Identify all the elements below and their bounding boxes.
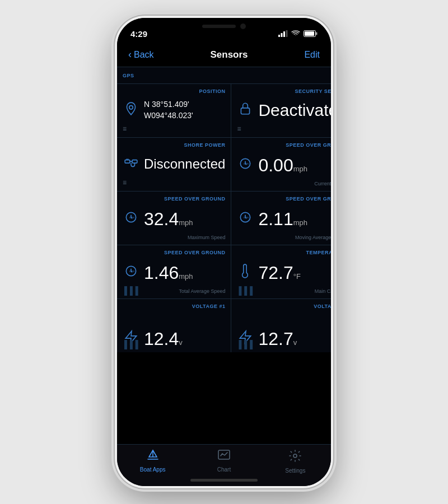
voltage2-card[interactable]: VOLTAGE #2 12.7v ▐▐▐ xyxy=(231,299,331,352)
position-body: N 38°51.409' W094°48.023' xyxy=(123,99,225,121)
gps-speed-svg-1: GPS xyxy=(238,156,253,171)
lock-svg xyxy=(238,101,253,116)
tab-settings-label: Settings xyxy=(285,468,305,474)
chart-icon-speed-total: ▐▐▐ xyxy=(122,286,138,295)
position-values: N 38°51.409' W094°48.023' xyxy=(144,99,225,121)
speed-total-values: 1.46mph xyxy=(144,264,225,282)
back-button[interactable]: ‹ Back xyxy=(128,49,154,60)
speed-current-label: SPEED OVER GROUND xyxy=(237,142,331,148)
boat-svg xyxy=(146,449,160,461)
temperature-label: TEMPERATURE xyxy=(237,250,331,255)
position-card[interactable]: POSITION N 38°51.409' W094°48.023' xyxy=(117,84,231,137)
location-svg xyxy=(124,101,138,116)
tab-chart-label: Chart xyxy=(217,466,231,473)
power-icon xyxy=(123,155,139,173)
voltage1-label: VOLTAGE #1 xyxy=(123,304,225,309)
thermometer-svg xyxy=(238,264,253,278)
boat-apps-icon xyxy=(146,449,160,465)
voltage2-value: 12.7v xyxy=(258,329,297,349)
home-indicator xyxy=(190,479,258,482)
gps-speed-svg-4: GPS xyxy=(124,264,138,278)
speed-current-card[interactable]: SPEED OVER GROUND GPS 0.00mph xyxy=(231,138,331,191)
svg-rect-2 xyxy=(283,31,285,37)
speed-max-sublabel: Maximum Speed xyxy=(123,235,225,240)
speed-current-body: GPS 0.00mph xyxy=(237,156,331,174)
battery-icon xyxy=(304,30,318,37)
shore-power-label: SHORE POWER xyxy=(123,142,225,148)
voltage1-value: 12.4v xyxy=(144,329,183,349)
security-label: SECURITY SENSOR xyxy=(237,88,331,94)
lock-icon xyxy=(237,101,254,119)
chart-icon-v2: ▐▐▐ xyxy=(236,340,253,349)
temperature-values: 72.7°F xyxy=(258,264,331,282)
security-value-block: Deactivated xyxy=(258,101,331,120)
speed-moving-body: GPS 2.11mph xyxy=(237,210,331,228)
speed-moving-values: 2.11mph xyxy=(258,210,331,228)
speed-moving-card[interactable]: SPEED OVER GROUND GPS 2.11mph xyxy=(231,192,331,245)
position-lat: N 38°51.409' xyxy=(144,99,225,110)
voltage2-values: 12.7v xyxy=(258,330,331,348)
tab-chart[interactable]: Chart xyxy=(188,449,259,473)
svg-rect-10 xyxy=(132,160,137,162)
svg-rect-3 xyxy=(286,30,288,37)
speed-current-values: 0.00mph xyxy=(258,156,331,174)
svg-rect-8 xyxy=(241,108,250,114)
status-time: 4:29 xyxy=(130,29,147,39)
svg-rect-0 xyxy=(278,35,280,37)
speed-total-body: GPS 1.46mph xyxy=(123,264,225,282)
chart-icon-v1: ▐▐▐ xyxy=(122,340,138,349)
status-icons xyxy=(278,30,318,37)
svg-rect-1 xyxy=(281,33,283,37)
chart-svg xyxy=(217,449,231,461)
chart-tab-icon xyxy=(217,449,231,465)
svg-rect-9 xyxy=(125,160,130,162)
position-label: POSITION xyxy=(123,88,225,94)
speed-moving-label: SPEED OVER GROUND xyxy=(237,196,331,202)
tab-settings[interactable]: Settings xyxy=(260,449,331,474)
speaker xyxy=(202,25,236,28)
speed-max-label: SPEED OVER GROUND xyxy=(123,196,225,202)
gps-speed-icon-2: GPS xyxy=(123,210,139,228)
sensors-grid: POSITION N 38°51.409' W094°48.023' xyxy=(117,84,331,352)
back-label: Back xyxy=(134,50,154,60)
voltage1-card[interactable]: VOLTAGE #1 12.4v ▐▐▐ xyxy=(117,299,231,352)
settings-svg xyxy=(288,449,302,463)
chart-icon-temp: ▐▐▐ xyxy=(236,286,253,295)
gps-bar: GPS xyxy=(117,67,331,84)
tab-boat-apps[interactable]: Boat Apps xyxy=(117,449,188,473)
speed-moving-value: 2.11mph xyxy=(258,209,307,229)
position-lon: W094°48.023' xyxy=(144,110,225,122)
svg-text:GPS: GPS xyxy=(244,216,249,218)
temperature-body: 72.7°F xyxy=(237,264,331,282)
shore-power-value-block: Disconnected xyxy=(144,156,225,172)
tab-boat-apps-label: Boat Apps xyxy=(140,466,166,473)
gps-speed-icon-1: GPS xyxy=(237,156,254,174)
position-menu: ≡ xyxy=(123,125,225,133)
voltage2-label: VOLTAGE #2 xyxy=(237,304,331,309)
edit-button[interactable]: Edit xyxy=(304,50,320,60)
voltage1-values: 12.4v xyxy=(144,330,225,348)
settings-tab-icon xyxy=(288,449,302,466)
camera xyxy=(240,24,246,29)
shore-power-card[interactable]: SHORE POWER Disconnec xyxy=(117,138,231,191)
power-svg xyxy=(124,155,138,170)
location-icon xyxy=(123,101,139,119)
nav-bar: ‹ Back Sensors Edit xyxy=(117,43,331,67)
page-title: Sensors xyxy=(210,49,248,60)
temperature-value: 72.7°F xyxy=(258,263,300,283)
signal-icon xyxy=(278,30,288,37)
speed-total-label: SPEED OVER GROUND xyxy=(123,250,225,255)
gps-speed-icon-3: GPS xyxy=(237,210,254,228)
svg-point-7 xyxy=(129,105,133,109)
speed-total-card[interactable]: SPEED OVER GROUND GPS 1.46mph xyxy=(117,245,231,298)
speed-max-body: GPS 32.4mph xyxy=(123,210,225,228)
gps-speed-svg-3: GPS xyxy=(238,210,253,225)
speed-max-card[interactable]: SPEED OVER GROUND GPS 32.4mph xyxy=(117,192,231,245)
speed-max-value: 32.4mph xyxy=(144,209,193,229)
speed-current-value: 0.00mph xyxy=(258,155,307,175)
phone-shell: 4:29 xyxy=(115,16,333,488)
security-sensor-card[interactable]: SECURITY SENSOR Deactivated ≡ xyxy=(231,84,331,137)
temperature-card[interactable]: TEMPERATURE 72.7°F Main Cabin #1 ▐▐▐ xyxy=(231,245,331,298)
sensors-content[interactable]: GPS POSITION N 38°51.409' xyxy=(117,67,331,444)
svg-rect-5 xyxy=(316,32,318,35)
